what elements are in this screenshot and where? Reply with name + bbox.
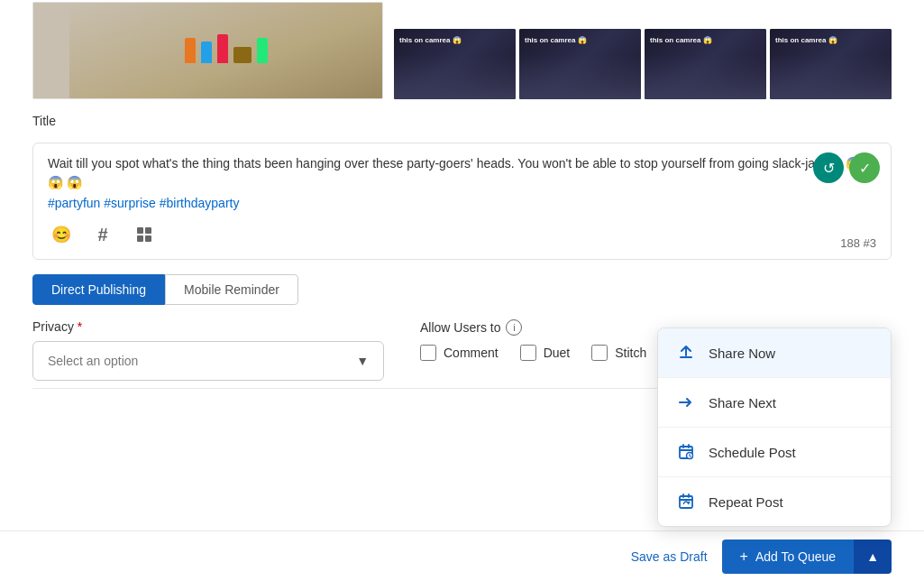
circular-icons-row: ↺ ✓: [813, 152, 880, 183]
stitch-option[interactable]: Stitch: [591, 345, 646, 361]
schedule-post-icon: [676, 442, 696, 462]
svg-rect-1: [145, 227, 151, 234]
thumbnail-3[interactable]: this on camrea 😱: [645, 29, 766, 99]
main-video-thumbnail[interactable]: [32, 2, 383, 99]
repeat-post-label: Repeat Post: [709, 494, 783, 510]
svg-rect-2: [137, 235, 143, 242]
allow-options: Comment Duet Stitch: [420, 345, 646, 361]
title-label: Title: [32, 114, 892, 128]
info-icon[interactable]: i: [506, 319, 522, 336]
bottom-bar: Save as Draft + Add To Queue ▲: [0, 530, 924, 581]
caption-text: Wait till you spot what's the thing that…: [48, 154, 876, 192]
tab-direct-publishing[interactable]: Direct Publishing: [32, 274, 165, 305]
share-now-label: Share Now: [709, 346, 775, 361]
allow-label: Allow Users to i: [420, 319, 646, 336]
duet-label: Duet: [544, 346, 571, 360]
emoji-icon[interactable]: 😊: [48, 221, 75, 248]
stitch-checkbox[interactable]: [591, 345, 608, 361]
chevron-down-icon: ▼: [356, 354, 369, 368]
share-next-icon: [676, 392, 696, 412]
allow-section: Allow Users to i Comment Duet Stitch: [420, 319, 646, 361]
images-row: this on camrea 😱 this on camrea 😱 this o…: [0, 0, 924, 99]
duet-checkbox[interactable]: [520, 345, 536, 361]
caption-hashtags: #partyfun #surprise #birthdayparty: [48, 196, 876, 210]
privacy-section: Privacy * Select an option ▼: [32, 319, 384, 381]
thumbnail-1[interactable]: this on camrea 😱: [394, 29, 516, 99]
thumbnail-4-text: this on camrea 😱: [775, 36, 837, 44]
svg-rect-3: [145, 235, 151, 242]
char-count: 188 #3: [840, 236, 876, 250]
schedule-post-label: Schedule Post: [709, 445, 796, 460]
thumbnail-strip: this on camrea 😱 this on camrea 😱 this o…: [383, 29, 892, 99]
thumbnail-1-text: this on camrea 😱: [399, 36, 462, 44]
privacy-label: Privacy *: [32, 319, 384, 334]
share-next-label: Share Next: [709, 395, 776, 410]
privacy-select-value: Select an option: [48, 354, 138, 368]
title-section: Title: [0, 99, 924, 143]
comment-label: Comment: [444, 346, 499, 360]
comment-option[interactable]: Comment: [420, 345, 499, 361]
dropdown-menu: Share Now Share Next Schedule Post: [657, 327, 892, 527]
add-to-queue-button[interactable]: + Add To Queue: [722, 540, 855, 574]
add-queue-expand-button[interactable]: ▲: [854, 540, 892, 574]
stitch-label: Stitch: [615, 346, 646, 360]
add-queue-label: Add To Queue: [755, 549, 836, 564]
dropdown-share-now[interactable]: Share Now: [658, 328, 891, 378]
thumbnail-3-text: this on camrea 😱: [650, 36, 712, 44]
thumbnail-4[interactable]: this on camrea 😱: [770, 29, 892, 99]
dropdown-schedule-post[interactable]: Schedule Post: [658, 428, 891, 477]
share-now-icon: [676, 343, 696, 363]
text-icons-row: 😊 #: [48, 221, 876, 248]
svg-rect-0: [137, 227, 143, 234]
tab-mobile-reminder[interactable]: Mobile Reminder: [165, 274, 298, 305]
repeat-post-icon: [676, 492, 696, 512]
add-to-queue-group: + Add To Queue ▲: [722, 540, 892, 574]
comment-checkbox[interactable]: [420, 345, 436, 361]
save-draft-button[interactable]: Save as Draft: [631, 549, 708, 564]
expand-icon: ▲: [866, 549, 879, 564]
dropdown-share-next[interactable]: Share Next: [658, 378, 891, 428]
thumbnail-2[interactable]: this on camrea 😱: [519, 29, 641, 99]
teal-icon[interactable]: ↺: [813, 152, 844, 183]
main-container: this on camrea 😱 this on camrea 😱 this o…: [0, 0, 924, 581]
plus-icon: +: [740, 549, 748, 565]
duet-option[interactable]: Duet: [520, 345, 571, 361]
privacy-select[interactable]: Select an option ▼: [32, 341, 384, 381]
caption-container[interactable]: ↺ ✓ Wait till you spot what's the thing …: [32, 143, 892, 260]
thumbnail-2-text: this on camrea 😱: [525, 36, 587, 44]
publishing-tabs: Direct Publishing Mobile Reminder: [0, 260, 924, 312]
hashtag-icon[interactable]: #: [89, 221, 116, 248]
grid-icon[interactable]: [131, 221, 158, 248]
green-icon[interactable]: ✓: [849, 152, 880, 183]
dropdown-repeat-post[interactable]: Repeat Post: [658, 477, 891, 526]
